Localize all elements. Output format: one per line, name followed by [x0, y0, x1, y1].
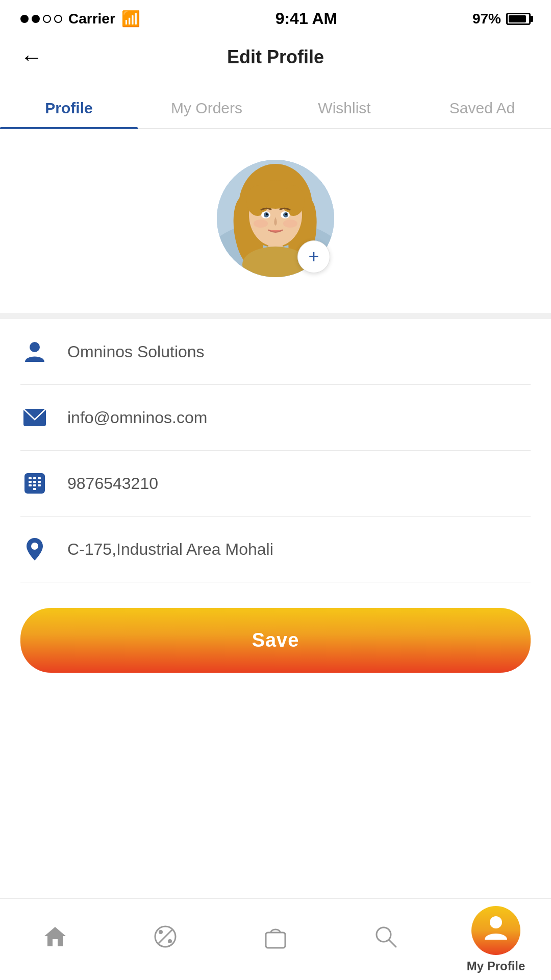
svg-rect-21 [24, 473, 45, 494]
svg-point-15 [266, 213, 268, 215]
back-button[interactable]: ← [20, 44, 43, 70]
signal-dot-1 [20, 15, 29, 23]
name-field-row[interactable]: Omninos Solutions [20, 319, 531, 385]
phone-field-row[interactable]: 9876543210 [20, 451, 531, 517]
email-icon [20, 403, 49, 432]
battery-percent: 97% [472, 11, 501, 27]
tab-bar: Profile My Orders Wishlist Saved Ad [0, 85, 551, 129]
page-title: Edit Profile [227, 46, 324, 68]
svg-point-41 [490, 916, 502, 928]
signal-strength [20, 15, 62, 23]
svg-point-19 [30, 342, 40, 352]
svg-rect-22 [29, 477, 32, 479]
tab-profile[interactable]: Profile [0, 85, 138, 128]
tab-saved-ad[interactable]: Saved Ad [413, 85, 551, 128]
address-field-row[interactable]: C-175,Industrial Area Mohali [20, 517, 531, 582]
nav-search[interactable] [331, 925, 441, 954]
name-value: Omninos Solutions [67, 342, 531, 361]
email-value: info@omninos.com [67, 408, 531, 427]
photo-section: + [0, 129, 551, 313]
status-bar: Carrier 📶 9:41 AM 97% [0, 0, 551, 34]
signal-dot-2 [32, 15, 40, 23]
nav-cart[interactable] [220, 924, 331, 954]
svg-rect-26 [33, 481, 36, 483]
signal-dot-3 [43, 15, 51, 23]
bottom-navigation: My Profile [0, 898, 551, 980]
svg-rect-29 [33, 484, 36, 486]
save-button[interactable]: Save [20, 608, 531, 673]
home-icon [43, 925, 67, 954]
my-profile-circle [471, 906, 520, 955]
person-icon [20, 337, 49, 366]
bag-icon [264, 924, 287, 954]
status-left: Carrier 📶 [20, 10, 140, 28]
carrier-label: Carrier [68, 11, 115, 27]
form-section: Omninos Solutions info@omninos.com [0, 319, 551, 582]
nav-deals[interactable] [110, 925, 220, 954]
svg-line-40 [389, 940, 396, 947]
my-profile-icon [483, 914, 509, 947]
avatar-wrapper: + [217, 160, 334, 277]
location-icon [20, 535, 49, 564]
search-icon [374, 925, 397, 954]
svg-point-9 [246, 185, 269, 216]
tab-my-orders[interactable]: My Orders [138, 85, 276, 128]
svg-point-10 [282, 185, 305, 216]
svg-rect-25 [29, 481, 32, 483]
signal-dot-4 [54, 15, 62, 23]
nav-my-profile[interactable]: My Profile [441, 906, 551, 973]
status-right: 97% [472, 11, 531, 27]
bottom-spacer [0, 703, 551, 790]
svg-point-32 [31, 543, 38, 550]
svg-point-18 [283, 219, 297, 228]
tab-wishlist[interactable]: Wishlist [276, 85, 413, 128]
svg-point-39 [377, 927, 391, 942]
my-profile-label: My Profile [467, 959, 525, 973]
svg-point-17 [254, 219, 268, 228]
svg-rect-30 [38, 484, 41, 486]
phone-icon [20, 469, 49, 498]
svg-rect-27 [38, 481, 41, 483]
svg-point-35 [159, 930, 163, 934]
nav-home[interactable] [0, 925, 110, 954]
email-field-row[interactable]: info@omninos.com [20, 385, 531, 451]
add-photo-button[interactable]: + [297, 240, 330, 273]
svg-point-16 [285, 213, 287, 215]
percent-icon [154, 925, 177, 954]
svg-rect-28 [29, 484, 32, 486]
svg-marker-33 [44, 927, 66, 946]
svg-rect-38 [266, 933, 285, 948]
battery-icon [506, 13, 531, 25]
svg-rect-23 [33, 477, 36, 479]
wifi-icon: 📶 [121, 10, 140, 28]
header: ← Edit Profile [0, 34, 551, 85]
address-value: C-175,Industrial Area Mohali [67, 540, 531, 559]
svg-rect-24 [38, 477, 41, 479]
status-time: 9:41 AM [276, 9, 338, 28]
section-divider [0, 313, 551, 319]
svg-rect-31 [33, 488, 36, 490]
svg-point-36 [168, 939, 172, 943]
save-section: Save [0, 582, 551, 703]
phone-value: 9876543210 [67, 474, 531, 493]
